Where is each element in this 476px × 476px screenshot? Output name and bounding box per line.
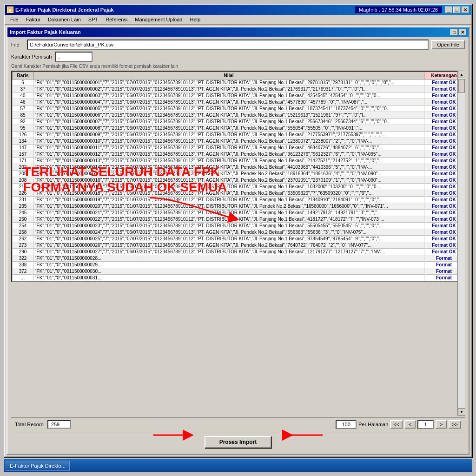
menu-management-upload[interactable]: Management Upload xyxy=(131,16,186,23)
table-row: 258"FK","01","0","00115000000024","7","2… xyxy=(13,229,464,236)
data-table: Baris Nilai Keterangan 6"FK","01","0","0… xyxy=(12,72,464,281)
scrollbar[interactable]: ▲ ▼ xyxy=(457,71,465,416)
cell-baris: 372 xyxy=(13,268,33,275)
per-halaman-input[interactable] xyxy=(336,420,357,429)
menu-faktur[interactable]: Faktur xyxy=(22,16,44,23)
table-row: 231"FK","01","0","00115000000019","7","2… xyxy=(13,197,464,203)
nav-prev-button[interactable]: < xyxy=(404,420,416,429)
cell-nilai: "FK","01","0","00115000000023","7","2015… xyxy=(33,223,424,229)
proses-import-button[interactable]: Proses Import xyxy=(205,436,272,448)
minimize-button[interactable]: _ xyxy=(445,7,452,13)
cell-baris: 254 xyxy=(13,223,33,229)
table-row: 134"FK","01","0","00115000000010","7","2… xyxy=(13,138,464,145)
table-row: 46"FK","01","0","00115000000004","7","20… xyxy=(13,99,464,106)
dialog-title: Import Faktur Pajak Keluaran xyxy=(10,29,81,35)
table-row: 254"FK","01","0","00115000000023","7","2… xyxy=(13,223,464,229)
menu-help[interactable]: Help xyxy=(186,16,204,23)
cell-baris: 322 xyxy=(13,255,33,262)
table-row: 226"FK","01","0","00115000000018","7","2… xyxy=(13,190,464,197)
scroll-thumb[interactable] xyxy=(458,79,465,93)
menu-dokumen-lain[interactable]: Dokumen Lain xyxy=(44,16,85,23)
separator-label: Karakter Pemisah xyxy=(11,54,52,60)
cell-nilai: "FK","01","0","00115000000024","7","2015… xyxy=(33,229,424,236)
cell-nilai: "FK","01","0","00115000000004","7","2015… xyxy=(33,99,424,106)
cell-nilai: "FK","01","0","0011500000029... xyxy=(33,262,424,268)
cell-baris: 85 xyxy=(13,112,33,119)
cell-nilai: "FK","01","0","00115000000011","7","2015… xyxy=(33,145,424,151)
cell-baris: 95 xyxy=(13,125,33,132)
table-row: 322"FK","01","0","0011500000028...Format xyxy=(13,255,464,262)
cell-nilai: "FK","01","0","00115000000009","7","2015… xyxy=(33,132,424,138)
taskbar-item[interactable]: E-Faktur Pajak Direkto... xyxy=(6,461,70,471)
dialog-title-bar: Import Faktur Pajak Keluaran □ ✕ xyxy=(7,27,469,37)
page-input[interactable] xyxy=(417,420,434,429)
table-row: 126"FK","01","0","00115000000009","7","2… xyxy=(13,132,464,138)
cell-baris: 208 xyxy=(13,177,33,184)
cell-baris: 92 xyxy=(13,119,33,125)
cell-nilai: "FK","01","0","0011500000031... xyxy=(33,275,424,281)
cell-baris: 250 xyxy=(13,216,33,223)
cell-baris: 273 xyxy=(13,242,33,249)
cell-nilai: "FK","01","0","00115000000013","7","2015… xyxy=(33,158,424,164)
file-path-input[interactable] xyxy=(27,40,429,50)
cell-baris: 46 xyxy=(13,99,33,106)
cell-nilai: "FK","01","0","00115000000010","7","2015… xyxy=(33,138,424,145)
menu-bar: File Faktur Dokumen Lain SPT Referensi M… xyxy=(5,15,471,25)
table-row: 92"FK","01","0","00115000000007","7","20… xyxy=(13,119,464,125)
dialog-close-button[interactable]: ✕ xyxy=(459,29,466,35)
title-bar-left: 📋 E-Faktur Pajak Direktorat Jenderal Paj… xyxy=(7,7,114,13)
separator-input[interactable] xyxy=(55,52,93,62)
table-row: 245"FK","01","0","00115000000021","7","2… xyxy=(13,210,464,216)
import-arrow-left xyxy=(281,426,327,444)
cell-nilai: "FK","01","0","00115000000020","7","2015… xyxy=(33,203,424,210)
open-file-button[interactable]: Open File xyxy=(431,40,465,49)
cell-nilai: "FK","01","0","00115000000012","7","2015… xyxy=(33,151,424,158)
file-row: File Open File xyxy=(11,40,465,50)
cell-nilai: "FK","01","0","00115000000003","7","2015… xyxy=(33,93,424,99)
cell-nilai: "FK","01","0","00115000000006","7","2015… xyxy=(33,112,424,119)
dialog-restore-button[interactable]: □ xyxy=(450,29,458,35)
menu-spt[interactable]: SPT xyxy=(85,16,102,23)
cell-nilai: "FK","01","0","00115000000002","7","2015… xyxy=(33,86,424,93)
cell-nilai: "FK","01","0","00115000000026","7","2015… xyxy=(33,242,424,249)
nav-next-button[interactable]: > xyxy=(436,420,447,429)
table-row: 147"FK","01","0","00115000000011","7","2… xyxy=(13,145,464,151)
table-row: 205"FK","01","0","00115000000015","7","2… xyxy=(13,171,464,177)
scroll-down-button[interactable]: ▼ xyxy=(458,408,465,416)
cell-baris: 258 xyxy=(13,229,33,236)
cell-nilai: "FK","01","0","00115000000016","7","2015… xyxy=(33,177,424,184)
table-outer: Baris Nilai Keterangan 6"FK","01","0","0… xyxy=(11,71,465,416)
table-container[interactable]: Baris Nilai Keterangan 6"FK","01","0","0… xyxy=(11,71,465,282)
hint-text: Ganti Karakter Pemisah jika File CSV and… xyxy=(11,64,465,69)
nav-last-button[interactable]: >> xyxy=(449,420,461,429)
cell-nilai: "FK","01","0","00115000000019","7","2015… xyxy=(33,197,424,203)
cell-baris: 205 xyxy=(13,171,33,177)
cell-nilai: "FK","01","0","00115000000005","7","2015… xyxy=(33,106,424,112)
table-row: 214"FK","01","0","00115000000017","7","2… xyxy=(13,184,464,190)
cell-nilai: "FK","01","0","00115000000018","7","2015… xyxy=(33,190,424,197)
menu-referensi[interactable]: Referensi xyxy=(102,16,131,23)
table-row: 57"FK","01","0","00115000000005","7","20… xyxy=(13,106,464,112)
desktop: 📋 E-Faktur Pajak Direktorat Jenderal Paj… xyxy=(0,0,476,476)
dialog-window-controls: □ ✕ xyxy=(450,29,466,35)
header-baris: Baris xyxy=(13,72,33,79)
cell-nilai: "FK","01","0","00115000000001","7","2015… xyxy=(33,79,424,86)
cell-nilai: "FK","01","0","00115000000015","7","2015… xyxy=(33,171,424,177)
nav-first-button[interactable]: << xyxy=(390,420,403,429)
import-row: Proses Import xyxy=(11,433,465,451)
table-row: ..."FK","01","0","0011500000031...Format xyxy=(13,275,464,281)
close-button[interactable]: ✕ xyxy=(462,7,469,13)
import-arrow-right xyxy=(149,426,195,444)
menu-file[interactable]: File xyxy=(7,16,22,23)
cell-baris: 147 xyxy=(13,145,33,151)
maximize-button[interactable]: □ xyxy=(453,7,461,13)
cell-baris: 6 xyxy=(13,79,33,86)
app-icon: 📋 xyxy=(7,7,13,13)
scroll-up-button[interactable]: ▲ xyxy=(458,71,465,78)
cell-baris: 226 xyxy=(13,190,33,197)
scroll-track xyxy=(458,78,465,408)
separator-row: Karakter Pemisah xyxy=(11,52,465,62)
cell-baris: 37 xyxy=(13,86,33,93)
app-title: E-Faktur Pajak Direktorat Jenderal Pajak xyxy=(15,7,114,13)
cell-baris: 40 xyxy=(13,93,33,99)
